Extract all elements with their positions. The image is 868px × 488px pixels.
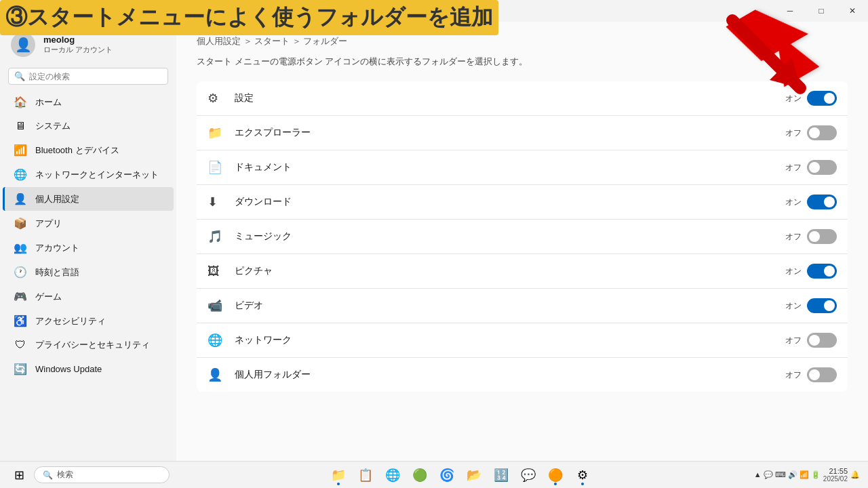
annotation-text: ③スタートメニューによく使うフォルダーを追加: [0, 0, 498, 35]
toggle-pictures[interactable]: [807, 264, 837, 279]
teams-icon: 💬: [521, 468, 536, 483]
close-button[interactable]: ✕: [837, 0, 868, 22]
home-icon: 🏠: [14, 96, 27, 108]
taskbar-center: 📁📋🌐🟢🌀📂🔢💬🟠⚙: [175, 463, 746, 487]
active-indicator: [581, 483, 584, 485]
time-display: 21:55: [823, 467, 848, 475]
settings-icon: ⚙: [208, 91, 228, 106]
sidebar-label-apps: アプリ: [35, 218, 62, 230]
date-display: 2025/02: [823, 475, 848, 483]
sidebar-label-account: アカウント: [35, 242, 79, 254]
breadcrumb: 個人用設定 ＞ スタート ＞ フォルダー: [197, 35, 848, 47]
sidebar: 👤 meolog ローカル アカウント 🔍 🏠 ホーム 🖥 システム 📶 Blu…: [0, 22, 176, 461]
sidebar-item-bluetooth[interactable]: 📶 Bluetooth とデバイス: [3, 138, 174, 162]
sidebar-item-privacy[interactable]: 🛡 プライバシーとセキュリティ: [3, 333, 174, 357]
folder-name-videos: ビデオ: [235, 300, 785, 312]
content-area: 個人用設定 ＞ スタート ＞ フォルダー スタート メニューの電源ボタン アイコ…: [176, 22, 868, 461]
taskbar-left: ⊞ 🔍 検索: [0, 463, 175, 487]
user-name: meolog: [43, 35, 113, 45]
search-label: 検索: [57, 469, 73, 481]
personal-icon: 👤: [14, 192, 27, 205]
taskbar-app-chrome[interactable]: 🟢: [408, 463, 432, 487]
toggle-settings[interactable]: [807, 91, 837, 106]
network-icon: 🌐: [14, 168, 27, 181]
account-icon: 👥: [14, 241, 27, 254]
task-view-icon: 📋: [358, 468, 373, 483]
maximize-button[interactable]: □: [806, 0, 837, 22]
folder-row-videos: 📹 ビデオ オン: [197, 289, 848, 323]
system-tray-icons: ▲ 💬 ⌨ 🔊 📶 🔋: [754, 470, 821, 479]
sidebar-item-update[interactable]: 🔄 Windows Update: [3, 357, 174, 381]
sidebar-item-account[interactable]: 👥 アカウント: [3, 236, 174, 260]
toggle-personal-folder[interactable]: [807, 367, 837, 382]
sidebar-label-update: Windows Update: [35, 364, 102, 374]
sidebar-label-network: ネットワークとインターネット: [35, 169, 159, 181]
search-input[interactable]: [29, 72, 162, 81]
toggle-network[interactable]: [807, 333, 837, 348]
game-icon: 🎮: [14, 290, 27, 303]
notification-icon[interactable]: 🔔: [850, 470, 860, 479]
taskbar-app-file-manager[interactable]: 📂: [462, 463, 486, 487]
toggle-documents[interactable]: [807, 160, 837, 175]
file-manager-icon: 📂: [467, 468, 481, 483]
taskbar: ⊞ 🔍 検索 📁📋🌐🟢🌀📂🔢💬🟠⚙ ▲ 💬 ⌨ 🔊 📶 🔋 21:55 2025…: [0, 461, 868, 488]
start-button[interactable]: ⊞: [5, 463, 33, 487]
minimize-button[interactable]: ─: [774, 0, 806, 22]
toggle-label-documents: オフ: [785, 162, 802, 174]
sidebar-item-game[interactable]: 🎮 ゲーム: [3, 285, 174, 308]
taskbar-app-edge[interactable]: 🌀: [435, 463, 459, 487]
folder-row-settings: ⚙ 設定 オン: [197, 81, 848, 116]
taskbar-app-edge-chromium[interactable]: 🌐: [380, 463, 405, 487]
folder-row-pictures: 🖼 ピクチャ オン: [197, 254, 848, 289]
sidebar-item-apps[interactable]: 📦 アプリ: [3, 211, 174, 235]
folder-row-personal-folder: 👤 個人用フォルダー オフ: [197, 358, 848, 392]
toggle-label-explorer: オフ: [785, 127, 802, 139]
taskbar-app-task-view[interactable]: 📋: [353, 463, 378, 487]
folder-list: ⚙ 設定 オン 📁 エクスプローラー オフ 📄 ドキュメント オフ ⬇ ダウンロ…: [197, 81, 848, 392]
sidebar-label-game: ゲーム: [35, 291, 62, 303]
videos-icon: 📹: [208, 298, 228, 313]
user-info: meolog ローカル アカウント: [43, 35, 113, 55]
music-icon: 🎵: [208, 229, 228, 244]
folder-row-music: 🎵 ミュージック オフ: [197, 220, 848, 254]
sidebar-item-home[interactable]: 🏠 ホーム: [3, 90, 174, 114]
taskbar-app-file-explorer[interactable]: 📁: [326, 463, 351, 487]
system-icon: 🖥: [14, 120, 27, 132]
sidebar-item-network[interactable]: 🌐 ネットワークとインターネット: [3, 163, 174, 186]
toggle-label-videos: オン: [785, 300, 802, 312]
folder-row-explorer: 📁 エクスプローラー オフ: [197, 116, 848, 150]
taskbar-right: ▲ 💬 ⌨ 🔊 📶 🔋 21:55 2025/02 🔔: [746, 467, 868, 483]
folder-name-pictures: ピクチャ: [235, 265, 785, 277]
sidebar-item-system[interactable]: 🖥 システム: [3, 115, 174, 138]
taskbar-app-teams[interactable]: 💬: [516, 463, 540, 487]
network-icon: 🌐: [208, 333, 228, 348]
active-indicator: [337, 483, 340, 485]
taskbar-search[interactable]: 🔍 検索: [34, 466, 170, 483]
sidebar-item-personal[interactable]: 👤 個人用設定: [3, 187, 174, 211]
apps-icon: 📦: [14, 217, 27, 230]
calculator-icon: 🔢: [494, 468, 509, 483]
taskbar-app-browser2[interactable]: 🟠: [543, 463, 568, 487]
documents-icon: 📄: [208, 160, 228, 175]
toggle-label-personal-folder: オフ: [785, 369, 802, 381]
toggle-downloads[interactable]: [807, 195, 837, 209]
sidebar-label-home: ホーム: [35, 96, 62, 108]
toggle-label-music: オフ: [785, 231, 802, 243]
toggle-explorer[interactable]: [807, 125, 837, 140]
search-box[interactable]: 🔍: [8, 68, 168, 85]
folder-row-downloads: ⬇ ダウンロード オン: [197, 185, 848, 220]
folder-name-network: ネットワーク: [235, 334, 785, 346]
folder-row-network: 🌐 ネットワーク オフ: [197, 323, 848, 358]
toggle-label-settings: オン: [785, 93, 802, 104]
browser2-icon: 🟠: [548, 468, 563, 483]
toggle-music[interactable]: [807, 229, 837, 244]
privacy-icon: 🛡: [14, 339, 27, 351]
taskbar-app-calculator[interactable]: 🔢: [489, 463, 513, 487]
time-icon: 🕐: [14, 266, 27, 279]
sidebar-item-access[interactable]: ♿ アクセシビリティ: [3, 309, 174, 333]
page-description: スタート メニューの電源ボタン アイコンの横に表示するフォルダーを選択します。: [197, 56, 848, 68]
taskbar-app-settings-app[interactable]: ⚙: [570, 463, 595, 487]
sidebar-item-time[interactable]: 🕐 時刻と言語: [3, 260, 174, 284]
toggle-videos[interactable]: [807, 298, 837, 313]
sidebar-label-privacy: プライバシーとセキュリティ: [35, 339, 150, 351]
